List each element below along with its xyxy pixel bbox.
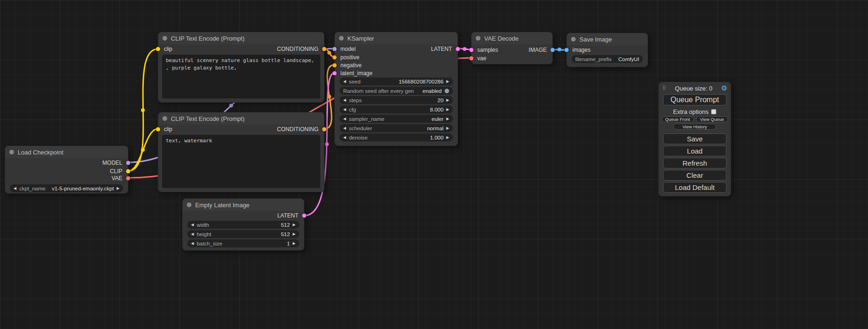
node-ksampler[interactable]: KSampler model LATENT positive negative … [334, 32, 458, 146]
model-input-port[interactable] [332, 47, 337, 51]
node-title: KSampler [347, 35, 374, 42]
extra-options-checkbox[interactable] [711, 109, 716, 114]
node-clip-text-encode-positive[interactable]: CLIP Text Encode (Prompt) clip CONDITION… [158, 32, 325, 103]
node-header[interactable]: Empty Latent Image [183, 199, 304, 211]
collapse-dot-icon[interactable] [187, 203, 191, 207]
height-widget[interactable]: ◀ height 512 ▶ [187, 230, 299, 238]
slot-row: clip CONDITIONING [158, 45, 324, 53]
widget-value: enabled [423, 88, 442, 94]
negative-prompt-textarea[interactable]: text, watermark [162, 135, 320, 188]
sampler-name-widget[interactable]: ◀ sampler_name euler ▶ [339, 115, 453, 123]
decrement-arrow-icon[interactable]: ◀ [14, 187, 16, 190]
increment-arrow-icon[interactable]: ▶ [446, 117, 449, 121]
toggle-icon[interactable] [445, 89, 449, 93]
collapse-dot-icon[interactable] [339, 36, 344, 41]
vae-input-port[interactable] [469, 56, 473, 61]
save-button[interactable]: Save [663, 133, 727, 144]
images-input-port[interactable] [565, 48, 569, 52]
clip-input-port[interactable] [156, 47, 160, 51]
increment-arrow-icon[interactable]: ▶ [446, 80, 449, 84]
output-label-image: IMAGE [529, 47, 547, 53]
collapse-dot-icon[interactable] [162, 116, 167, 121]
decrement-arrow-icon[interactable]: ◀ [191, 223, 194, 227]
widget-value: 156680208700286 [399, 79, 444, 84]
decrement-arrow-icon[interactable]: ◀ [343, 98, 346, 102]
increment-arrow-icon[interactable]: ▶ [293, 232, 296, 236]
node-load-checkpoint[interactable]: Load Checkpoint MODEL CLIP VAE ◀ ckpt_na… [5, 146, 128, 194]
positive-input-port[interactable] [332, 56, 337, 60]
increment-arrow-icon[interactable]: ▶ [446, 108, 449, 112]
conditioning-output-port[interactable] [322, 127, 326, 132]
model-output-port[interactable] [126, 161, 130, 165]
ckpt-name-widget[interactable]: ◀ ckpt_name v1-5-pruned-emaonly.ckpt ▶ [10, 184, 123, 192]
node-vae-decode[interactable]: VAE Decode samples IMAGE vae [471, 32, 553, 64]
denoise-widget[interactable]: ◀ denoise 1.000 ▶ [339, 133, 453, 141]
load-default-button[interactable]: Load Default [663, 182, 727, 193]
image-output-port[interactable] [550, 48, 555, 52]
filename-prefix-widget[interactable]: filename_prefix ComfyUI [572, 55, 643, 63]
increment-arrow-icon[interactable]: ▶ [117, 187, 120, 190]
node-header[interactable]: CLIP Text Encode (Prompt) [158, 112, 324, 125]
decrement-arrow-icon[interactable]: ◀ [343, 136, 346, 140]
view-history-button[interactable]: View History [673, 124, 716, 130]
steps-widget[interactable]: ◀ steps 20 ▶ [339, 96, 453, 104]
decrement-arrow-icon[interactable]: ◀ [191, 232, 194, 236]
collapse-dot-icon[interactable] [476, 36, 480, 41]
increment-arrow-icon[interactable]: ▶ [446, 126, 449, 130]
node-header[interactable]: VAE Decode [472, 32, 552, 44]
node-header[interactable]: CLIP Text Encode (Prompt) [158, 32, 324, 44]
slot-row: VAE [5, 175, 128, 182]
output-label-clip: CLIP [110, 168, 122, 175]
node-clip-text-encode-negative[interactable]: CLIP Text Encode (Prompt) clip CONDITION… [158, 112, 325, 192]
samples-input-port[interactable] [469, 48, 473, 52]
collapse-dot-icon[interactable] [162, 36, 167, 41]
conditioning-output-port[interactable] [322, 47, 326, 51]
graph-canvas[interactable]: Load Checkpoint MODEL CLIP VAE ◀ ckpt_na… [0, 0, 868, 329]
queue-front-button[interactable]: Queue Front [662, 116, 694, 122]
decrement-arrow-icon[interactable]: ◀ [343, 108, 346, 112]
negative-input-port[interactable] [332, 63, 337, 68]
load-button[interactable]: Load [663, 146, 727, 156]
increment-arrow-icon[interactable]: ▶ [293, 223, 296, 227]
widget-label: filename_prefix [575, 56, 612, 62]
increment-arrow-icon[interactable]: ▶ [446, 98, 449, 102]
slot-row: CLIP [5, 168, 128, 175]
latent-output-port[interactable] [302, 214, 306, 218]
increment-arrow-icon[interactable]: ▶ [293, 242, 296, 245]
decrement-arrow-icon[interactable]: ◀ [343, 126, 346, 130]
clip-input-port[interactable] [156, 127, 160, 132]
decrement-arrow-icon[interactable]: ◀ [343, 117, 346, 121]
scheduler-widget[interactable]: ◀ scheduler normal ▶ [339, 124, 453, 132]
decrement-arrow-icon[interactable]: ◀ [191, 242, 194, 245]
widget-value: 1.000 [430, 135, 444, 140]
cfg-widget[interactable]: ◀ cfg 8.000 ▶ [339, 105, 453, 113]
node-header[interactable]: Save Image [567, 33, 648, 45]
collapse-dot-icon[interactable] [9, 150, 14, 154]
random-seed-widget[interactable]: Random seed after every gen enabled [339, 87, 453, 95]
collapse-dot-icon[interactable] [571, 37, 576, 42]
node-header[interactable]: Load Checkpoint [5, 146, 128, 158]
drag-handle-icon[interactable]: ⠿ [662, 85, 666, 91]
batch-size-widget[interactable]: ◀ batch_size 1 ▶ [187, 239, 299, 247]
node-save-image[interactable]: Save Image images filename_prefix ComfyU… [566, 33, 648, 67]
slot-row: MODEL [5, 159, 128, 167]
vae-output-port[interactable] [126, 176, 130, 181]
view-queue-button[interactable]: View Queue [696, 116, 728, 122]
output-label-vae: VAE [112, 175, 122, 182]
clip-output-port[interactable] [126, 169, 130, 174]
width-widget[interactable]: ◀ width 512 ▶ [187, 221, 299, 229]
positive-prompt-textarea[interactable]: beautiful scenery nature glass bottle la… [162, 55, 320, 98]
wire-dot-negative [327, 95, 331, 98]
settings-gear-icon[interactable]: ⚙ [721, 84, 727, 92]
clear-button[interactable]: Clear [663, 170, 727, 181]
latent-image-input-port[interactable] [332, 71, 337, 76]
increment-arrow-icon[interactable]: ▶ [446, 136, 449, 140]
decrement-arrow-icon[interactable]: ◀ [343, 80, 346, 84]
seed-widget[interactable]: ◀ seed 156680208700286 ▶ [339, 77, 453, 85]
node-empty-latent-image[interactable]: Empty Latent Image LATENT ◀ width 512 ▶ … [182, 198, 304, 251]
latent-output-port[interactable] [456, 47, 460, 51]
refresh-button[interactable]: Refresh [663, 158, 727, 168]
node-header[interactable]: KSampler [335, 32, 458, 44]
queue-prompt-button[interactable]: Queue Prompt [663, 94, 727, 105]
slot-row: clip CONDITIONING [158, 126, 324, 133]
